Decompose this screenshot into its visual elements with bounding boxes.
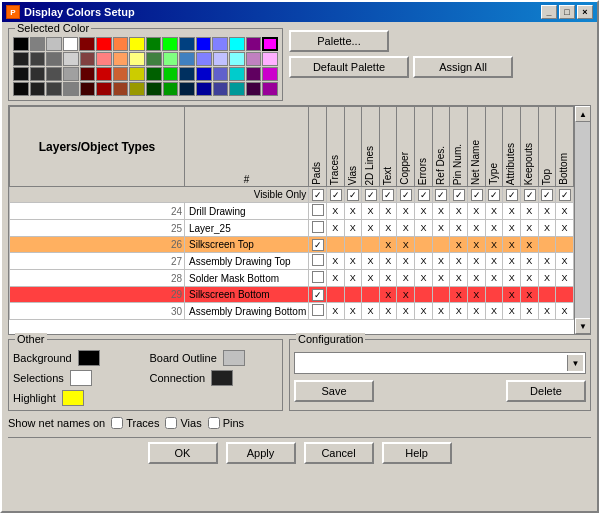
color-swatch[interactable] — [96, 82, 112, 96]
cancel-button[interactable]: Cancel — [304, 442, 374, 464]
color-swatch[interactable] — [129, 37, 145, 51]
color-swatch[interactable] — [80, 82, 96, 96]
vis-pinnum[interactable] — [450, 187, 468, 203]
row-check[interactable] — [309, 270, 327, 287]
color-swatch[interactable] — [30, 52, 46, 66]
color-swatch[interactable] — [96, 37, 112, 51]
vis-netname[interactable] — [468, 187, 486, 203]
color-swatch[interactable] — [229, 67, 245, 81]
connection-color[interactable] — [211, 370, 233, 386]
color-swatch[interactable] — [80, 52, 96, 66]
ok-button[interactable]: OK — [148, 442, 218, 464]
color-swatch[interactable] — [46, 52, 62, 66]
vias-checkbox[interactable] — [165, 417, 177, 429]
color-swatch[interactable] — [179, 67, 195, 81]
dropdown-arrow[interactable]: ▼ — [567, 355, 583, 371]
color-swatch[interactable] — [13, 52, 29, 66]
color-swatch[interactable] — [46, 82, 62, 96]
pins-checkbox-label[interactable]: Pins — [208, 417, 244, 429]
layer-name[interactable]: Assembly Drawing Top — [185, 253, 309, 270]
color-swatch[interactable] — [246, 37, 262, 51]
row-check[interactable] — [309, 287, 327, 303]
color-swatch[interactable] — [162, 37, 178, 51]
assign-all-button[interactable]: Assign All — [413, 56, 513, 78]
color-swatch[interactable] — [229, 52, 245, 66]
color-swatch[interactable] — [262, 37, 278, 51]
table-scrollbar[interactable]: ▲ ▼ — [574, 106, 590, 334]
background-color[interactable] — [78, 350, 100, 366]
color-swatch[interactable] — [63, 82, 79, 96]
color-swatch[interactable] — [113, 82, 129, 96]
vis-top[interactable] — [538, 187, 556, 203]
color-swatch[interactable] — [163, 82, 179, 96]
color-swatch[interactable] — [63, 37, 79, 51]
scroll-up-button[interactable]: ▲ — [575, 106, 590, 122]
vis-bottom[interactable] — [556, 187, 574, 203]
color-swatch[interactable] — [229, 82, 245, 96]
maximize-button[interactable]: □ — [559, 5, 575, 19]
color-swatch[interactable] — [196, 37, 212, 51]
color-swatch[interactable] — [246, 67, 262, 81]
color-swatch[interactable] — [30, 37, 46, 51]
row-check[interactable] — [309, 220, 327, 237]
color-swatch[interactable] — [163, 67, 179, 81]
color-swatch[interactable] — [129, 82, 145, 96]
color-swatch[interactable] — [179, 82, 195, 96]
color-swatch[interactable] — [196, 82, 212, 96]
vis-copper[interactable] — [397, 187, 415, 203]
color-swatch[interactable] — [146, 67, 162, 81]
row-check[interactable] — [309, 237, 327, 253]
row-check[interactable] — [309, 203, 327, 220]
minimize-button[interactable]: _ — [541, 5, 557, 19]
color-swatch[interactable] — [113, 67, 129, 81]
layer-name[interactable]: Drill Drawing — [185, 203, 309, 220]
close-button[interactable]: × — [577, 5, 593, 19]
color-swatch[interactable] — [179, 52, 195, 66]
vis-type[interactable] — [485, 187, 503, 203]
vis-attributes[interactable] — [503, 187, 521, 203]
color-swatch[interactable] — [13, 67, 29, 81]
color-swatch[interactable] — [96, 52, 112, 66]
color-swatch[interactable] — [79, 37, 95, 51]
default-palette-button[interactable]: Default Palette — [289, 56, 409, 78]
color-swatch[interactable] — [146, 82, 162, 96]
color-swatch[interactable] — [146, 37, 162, 51]
color-swatch[interactable] — [96, 67, 112, 81]
layer-name[interactable]: Solder Mask Bottom — [185, 270, 309, 287]
color-swatch[interactable] — [46, 37, 62, 51]
color-swatch[interactable] — [113, 37, 129, 51]
color-swatch[interactable] — [13, 37, 29, 51]
vis-text[interactable] — [379, 187, 397, 203]
scroll-down-button[interactable]: ▼ — [575, 318, 590, 334]
layer-name[interactable]: Silkscreen Bottom — [185, 287, 309, 303]
pins-checkbox[interactable] — [208, 417, 220, 429]
color-swatch[interactable] — [13, 82, 29, 96]
apply-button[interactable]: Apply — [226, 442, 296, 464]
row-check[interactable] — [309, 303, 327, 320]
color-swatch[interactable] — [212, 37, 228, 51]
color-swatch[interactable] — [63, 52, 79, 66]
vias-checkbox-label[interactable]: Vias — [165, 417, 201, 429]
traces-checkbox-label[interactable]: Traces — [111, 417, 159, 429]
board-outline-color[interactable] — [223, 350, 245, 366]
color-swatch[interactable] — [30, 67, 46, 81]
color-swatch[interactable] — [196, 52, 212, 66]
color-swatch[interactable] — [213, 67, 229, 81]
color-swatch[interactable] — [146, 52, 162, 66]
palette-button[interactable]: Palette... — [289, 30, 389, 52]
configuration-dropdown[interactable]: ▼ — [294, 352, 586, 374]
vis-refdes[interactable] — [432, 187, 450, 203]
color-swatch[interactable] — [229, 37, 245, 51]
color-swatch[interactable] — [196, 67, 212, 81]
color-swatch[interactable] — [113, 52, 129, 66]
vis-errors[interactable] — [415, 187, 433, 203]
vis-keepouts[interactable] — [520, 187, 538, 203]
layer-name[interactable]: Layer_25 — [185, 220, 309, 237]
scroll-track[interactable] — [575, 122, 590, 318]
color-swatch[interactable] — [179, 37, 195, 51]
layer-name[interactable]: Assembly Drawing Bottom — [185, 303, 309, 320]
vis-pads[interactable] — [309, 187, 327, 203]
color-swatch[interactable] — [246, 82, 262, 96]
vis-vias[interactable] — [344, 187, 362, 203]
color-swatch[interactable] — [46, 67, 62, 81]
